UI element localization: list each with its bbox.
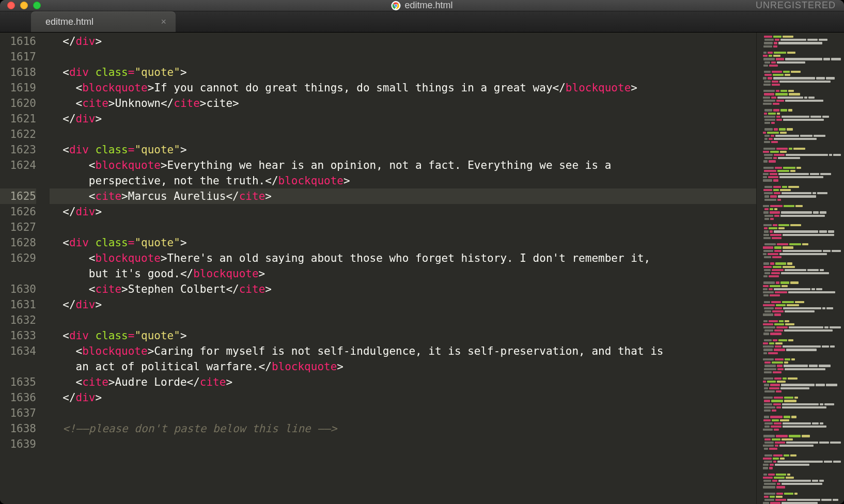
minimap[interactable] <box>756 33 844 504</box>
line-number: 1625 <box>0 188 36 204</box>
line-number: 1633 <box>0 328 36 343</box>
line-number: 1628 <box>0 235 36 250</box>
code-line[interactable]: </div> <box>50 204 756 219</box>
line-number: 1632 <box>0 312 36 328</box>
code-line[interactable]: </div> <box>50 390 756 405</box>
code-line[interactable]: <cite>Audre Lorde</cite> <box>50 374 756 390</box>
line-number: 1638 <box>0 421 36 436</box>
code-line[interactable]: <blockquote>Everything we hear is an opi… <box>50 158 756 173</box>
window-title: editme.html <box>391 0 452 11</box>
window-minimize-button[interactable] <box>20 2 28 9</box>
code-line[interactable]: <div class="quote"> <box>50 65 756 80</box>
code-line[interactable]: <div class="quote"> <box>50 142 756 158</box>
line-number: 1616 <box>0 34 36 49</box>
code-line[interactable] <box>50 49 756 65</box>
code-line[interactable]: <blockquote>If you cannot do great thing… <box>50 80 756 96</box>
code-line[interactable] <box>50 436 756 452</box>
code-line[interactable]: <blockquote>Caring for myself is not sel… <box>50 343 756 359</box>
code-line[interactable] <box>50 127 756 142</box>
line-number: 1635 <box>0 374 36 390</box>
code-line[interactable]: <div class="quote"> <box>50 235 756 250</box>
code-line[interactable]: <blockquote>There's an old saying about … <box>50 250 756 266</box>
code-line[interactable]: <cite>Marcus Aurelius</cite> <box>50 188 756 204</box>
code-line[interactable]: <!––please don't paste below this line –… <box>50 421 756 436</box>
line-number: 1623 <box>0 142 36 158</box>
traffic-lights <box>7 2 41 9</box>
window-maximize-button[interactable] <box>33 2 41 9</box>
code-line[interactable]: <div class="quote"> <box>50 328 756 343</box>
line-number: 1629 <box>0 250 36 266</box>
line-number: 1622 <box>0 127 36 142</box>
chrome-icon <box>391 1 400 10</box>
code-line-wrap[interactable]: perspective, not the truth.</blockquote> <box>50 173 756 188</box>
tab-bar: editme.html × <box>0 11 844 33</box>
line-number: 1634 <box>0 343 36 359</box>
window-close-button[interactable] <box>7 2 15 9</box>
code-area[interactable]: </div> <div class="quote"> <blockquote>I… <box>48 33 756 504</box>
editor-window: editme.html UNREGISTERED editme.html × 1… <box>0 0 844 504</box>
code-line[interactable]: </div> <box>50 34 756 49</box>
line-number: 1630 <box>0 281 36 297</box>
line-number: 1637 <box>0 405 36 421</box>
line-number-gutter[interactable]: 161616171618161916201621162216231624 162… <box>0 33 48 504</box>
line-number: 1624 <box>0 158 36 173</box>
line-number: 1627 <box>0 219 36 235</box>
line-number: 1619 <box>0 80 36 96</box>
line-number: 1626 <box>0 204 36 219</box>
window-title-text: editme.html <box>404 0 452 11</box>
file-tab[interactable]: editme.html × <box>31 11 176 32</box>
code-line[interactable]: <cite>Unknown</cite>cite> <box>50 96 756 111</box>
editor-body: 161616171618161916201621162216231624 162… <box>0 33 844 504</box>
titlebar: editme.html UNREGISTERED <box>0 0 844 11</box>
line-number: 1636 <box>0 390 36 405</box>
line-number: 1621 <box>0 111 36 127</box>
code-line-wrap[interactable]: an act of political warfare.</blockquote… <box>50 359 756 374</box>
svg-point-2 <box>395 4 397 7</box>
code-line[interactable] <box>50 405 756 421</box>
code-line[interactable] <box>50 219 756 235</box>
tab-label: editme.html <box>45 17 93 27</box>
line-number: 1631 <box>0 297 36 312</box>
code-line[interactable]: </div> <box>50 297 756 312</box>
line-number: 1639 <box>0 436 36 452</box>
tab-close-icon[interactable]: × <box>161 17 166 27</box>
line-number: 1618 <box>0 65 36 80</box>
code-line-wrap[interactable]: but it's good.</blockquote> <box>50 266 756 281</box>
code-line[interactable]: <cite>Stephen Colbert</cite> <box>50 281 756 297</box>
line-number: 1617 <box>0 49 36 65</box>
code-line[interactable] <box>50 312 756 328</box>
line-number: 1620 <box>0 96 36 111</box>
unregistered-label: UNREGISTERED <box>756 0 836 11</box>
code-line[interactable]: </div> <box>50 111 756 127</box>
